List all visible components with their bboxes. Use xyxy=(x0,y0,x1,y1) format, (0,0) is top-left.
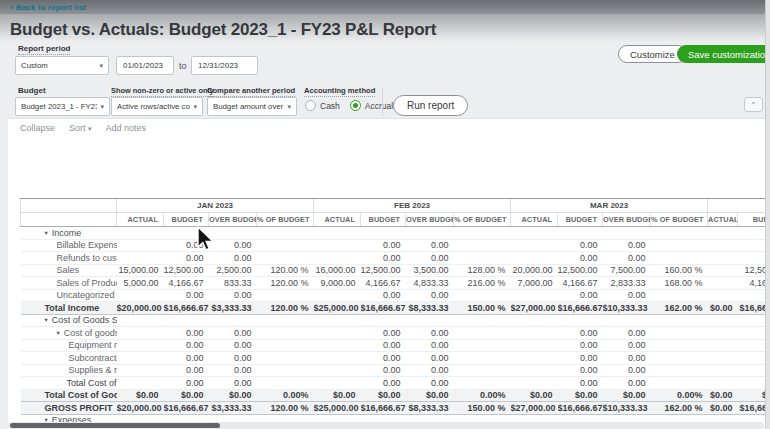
table-row: Sales of Product Income5,000.004,166.678… xyxy=(21,277,770,290)
table-cell xyxy=(708,377,738,390)
table-cell xyxy=(454,227,511,240)
column-header: OVER BUDGET xyxy=(209,213,257,227)
budget-vs-actuals-report-page: ‹ Back to report list Budget vs. Actuals… xyxy=(0,0,770,429)
table-cell xyxy=(454,327,511,340)
column-header: OVER BUDGET xyxy=(406,213,454,227)
table-cell xyxy=(257,364,314,377)
table-cell xyxy=(454,339,511,352)
column-header: ACTUAL xyxy=(708,213,738,227)
column-header: ACTUAL xyxy=(314,213,361,227)
table-cell: 0.00 xyxy=(361,327,406,340)
budget-select[interactable]: Budget 2023_1 - FY23 P&L ▾ xyxy=(15,97,110,116)
row-label-header xyxy=(21,199,117,213)
report-table-wrap: JAN 2023FEB 2023MAR 2023 ACTUALBUDGETOVE… xyxy=(20,198,770,427)
show-nonzero-select[interactable]: Active rows/active columns ▾ xyxy=(111,97,203,116)
table-cell xyxy=(651,239,708,252)
date-from-input[interactable] xyxy=(116,56,174,75)
table-cell: 0.00 xyxy=(361,252,406,265)
collapse-panel-button[interactable]: ⌃ xyxy=(744,97,763,112)
table-cell: 4,166.67 xyxy=(558,277,603,290)
save-customization-button[interactable]: Save customization xyxy=(677,45,770,63)
horizontal-scrollbar-thumb[interactable] xyxy=(10,423,220,428)
vertical-scrollbar-track[interactable] xyxy=(765,0,770,429)
table-cell xyxy=(511,377,558,390)
month-group-header: JAN 2023 xyxy=(117,199,314,213)
table-cell xyxy=(708,289,738,302)
table-cell xyxy=(117,227,164,240)
table-cell xyxy=(651,352,708,365)
table-cell: 0.00 xyxy=(406,252,454,265)
table-cell xyxy=(164,227,209,240)
table-cell: 120.00 % xyxy=(257,402,314,415)
table-cell: 0.00 xyxy=(361,377,406,390)
table-cell: 833.33 xyxy=(209,277,257,290)
table-cell xyxy=(314,314,361,327)
report-toolbar: Collapse Sort ▾ Add notes xyxy=(20,123,146,133)
table-cell xyxy=(708,252,738,265)
collapse-arrow-icon[interactable]: ▾ xyxy=(45,316,48,324)
table-cell xyxy=(708,364,738,377)
accounting-method-radios: Cash Accrual xyxy=(305,100,393,111)
table-cell: 0.00 xyxy=(603,252,651,265)
table-cell: 0.00 xyxy=(164,339,209,352)
column-header: BUDGET xyxy=(361,213,406,227)
table-cell xyxy=(511,239,558,252)
table-row: Subcontractor expenses0.000.000.000.000.… xyxy=(21,352,770,365)
collapse-arrow-icon[interactable]: ▾ xyxy=(45,229,48,237)
table-cell: 12,500.00 xyxy=(164,264,209,277)
table-cell: 216.00 % xyxy=(454,277,511,290)
table-cell xyxy=(164,314,209,327)
table-cell xyxy=(257,327,314,340)
cash-radio[interactable]: Cash xyxy=(305,100,340,111)
row-label: Supplies & materials xyxy=(21,364,117,377)
sort-link[interactable]: Sort ▾ xyxy=(69,123,92,133)
table-cell: 0.00 xyxy=(406,377,454,390)
table-cell xyxy=(257,239,314,252)
table-cell xyxy=(314,364,361,377)
table-cell: 0.00 xyxy=(558,377,603,390)
table-cell xyxy=(511,227,558,240)
back-chevron-icon: ‹ xyxy=(10,3,13,12)
table-cell xyxy=(454,314,511,327)
table-cell: $16,666.67 xyxy=(361,402,406,415)
chevron-down-icon: ▾ xyxy=(100,103,104,111)
table-cell: $20,000.00 xyxy=(117,402,164,415)
report-canvas: Collapse Sort ▾ Add notes JAN 2023FEB 20… xyxy=(8,118,770,429)
add-notes-link[interactable]: Add notes xyxy=(106,123,147,133)
row-label: Sales xyxy=(21,264,117,277)
accrual-radio[interactable]: Accrual xyxy=(350,100,393,111)
back-to-report-list-link[interactable]: ‹ Back to report list xyxy=(10,3,86,12)
table-cell: $0.00 xyxy=(511,389,558,402)
table-cell xyxy=(708,352,738,365)
date-to-input[interactable] xyxy=(191,56,258,75)
table-cell: $20,000.00 xyxy=(117,302,164,315)
table-cell: 0.00% xyxy=(257,389,314,402)
table-cell xyxy=(361,227,406,240)
table-cell: 168.00 % xyxy=(651,277,708,290)
date-range-to-word: to xyxy=(179,61,187,71)
report-period-select[interactable]: Custom ▾ xyxy=(15,56,109,75)
row-label: GROSS PROFIT xyxy=(21,402,117,415)
table-cell: $0.00 xyxy=(708,402,738,415)
collapse-arrow-icon[interactable]: ▾ xyxy=(57,329,60,337)
table-row: ▾Cost of goods sold0.000.000.000.000.000… xyxy=(21,327,770,340)
table-cell xyxy=(314,289,361,302)
table-cell: 0.00 xyxy=(406,239,454,252)
table-cell: 0.00 xyxy=(164,327,209,340)
table-cell: 0.00 xyxy=(603,364,651,377)
show-nonzero-select-value: Active rows/active columns xyxy=(117,102,190,111)
collapse-link[interactable]: Collapse xyxy=(20,123,55,133)
table-cell: 0.00 xyxy=(209,327,257,340)
row-label: Total Cost of goods sold xyxy=(21,377,117,390)
table-cell: $0.00 xyxy=(708,302,738,315)
table-cell: 0.00 xyxy=(209,339,257,352)
run-report-button[interactable]: Run report xyxy=(393,95,468,116)
table-cell xyxy=(651,339,708,352)
compare-period-select[interactable]: Budget amount over ▾ xyxy=(207,97,297,116)
table-cell xyxy=(511,352,558,365)
table-cell: $0.00 xyxy=(314,389,361,402)
table-cell xyxy=(708,277,738,290)
table-cell xyxy=(454,364,511,377)
table-cell: 0.00 xyxy=(361,289,406,302)
column-header: ACTUAL xyxy=(117,213,164,227)
